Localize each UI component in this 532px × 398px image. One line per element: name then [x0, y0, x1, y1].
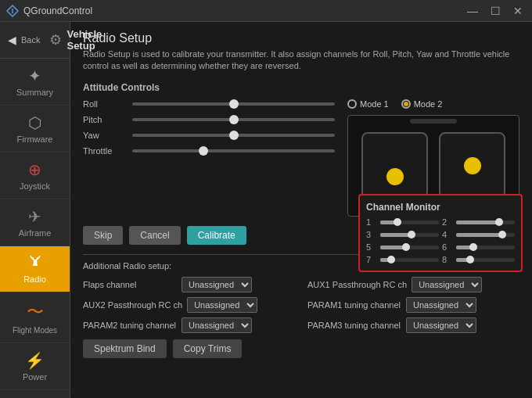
gear-icon — [49, 31, 62, 48]
mode1-option[interactable]: Mode 1 — [347, 99, 389, 109]
copy-trims-button[interactable]: Copy Trims — [173, 339, 243, 358]
param3-channel-row: PARAM3 tuning channel Unassigned — [307, 317, 519, 333]
yaw-slider[interactable] — [132, 134, 335, 137]
radio-icon — [27, 254, 44, 272]
monitor-ch2-fill — [456, 221, 500, 224]
param3-channel-select[interactable]: Unassigned — [406, 317, 476, 333]
maximize-button[interactable]: ☐ — [487, 5, 504, 17]
param1-channel-row: PARAM1 tuning channel Unassigned — [307, 297, 519, 313]
channel-monitor-title: Channel Monitor — [366, 202, 515, 213]
sidebar-label-summary: Summary — [16, 88, 53, 97]
pitch-row: Pitch — [83, 115, 335, 124]
sidebar-item-airframe[interactable]: Airframe — [0, 199, 70, 246]
monitor-ch4: 4 — [442, 230, 515, 239]
sidebar: Back Vehicle Setup Summary Firmware ⊕ Jo… — [0, 22, 70, 398]
mode2-option[interactable]: Mode 2 — [401, 99, 443, 109]
airframe-icon — [28, 207, 41, 226]
summary-icon — [28, 66, 41, 85]
monitor-ch7: 7 — [366, 255, 439, 264]
right-joystick-dot — [464, 157, 481, 174]
monitor-ch6: 6 — [442, 242, 515, 252]
monitor-ch6-num: 6 — [442, 242, 453, 252]
roll-slider[interactable] — [132, 102, 335, 106]
titlebar-left: QGroundControl — [6, 5, 92, 17]
param2-channel-label: PARAM2 tuning channel — [83, 321, 177, 330]
monitor-ch2-track — [456, 221, 515, 224]
firmware-icon — [28, 113, 41, 132]
sidebar-item-joystick[interactable]: ⊕ Joystick — [0, 152, 70, 199]
monitor-ch1-fill — [380, 221, 398, 224]
joystick-icon: ⊕ — [28, 160, 41, 179]
sidebar-item-radio[interactable]: Radio — [0, 246, 70, 292]
param3-channel-label: PARAM3 tuning channel — [307, 321, 401, 330]
sidebar-label-power: Power — [23, 372, 47, 382]
sidebar-label-airframe: Airframe — [19, 228, 52, 238]
monitor-ch7-fill — [380, 258, 392, 262]
mode1-label: Mode 1 — [360, 99, 389, 109]
aux2-channel-row: AUX2 Passthrough RC ch Unassigned — [83, 297, 295, 313]
monitor-ch5-fill — [380, 246, 407, 249]
app-title: QGroundControl — [23, 5, 92, 16]
app-body: Back Vehicle Setup Summary Firmware ⊕ Jo… — [0, 22, 532, 398]
monitor-ch6-fill — [456, 246, 474, 249]
channels-grid: Flaps channel Unassigned AUX1 Passthroug… — [83, 277, 519, 333]
throttle-row: Throttle — [83, 146, 335, 156]
roll-thumb[interactable] — [229, 99, 239, 109]
monitor-ch4-track — [456, 233, 515, 237]
monitor-ch1: 1 — [366, 217, 439, 227]
monitor-ch5-track — [380, 246, 439, 249]
throttle-thumb[interactable] — [199, 146, 208, 156]
flaps-channel-select[interactable]: Unassigned — [182, 277, 252, 292]
monitor-ch2: 2 — [442, 217, 515, 227]
pitch-slider[interactable] — [132, 118, 335, 121]
calibrate-button[interactable]: Calibrate — [187, 226, 246, 245]
mode2-radio-icon — [401, 99, 411, 109]
flaps-channel-row: Flaps channel Unassigned — [83, 277, 295, 292]
monitor-ch1-track — [380, 221, 439, 224]
monitor-ch8: 8 — [442, 255, 515, 264]
titlebar: QGroundControl — ☐ ✕ — [0, 0, 532, 22]
aux2-channel-select[interactable]: Unassigned — [187, 297, 257, 313]
sidebar-item-summary[interactable]: Summary — [0, 59, 70, 106]
bottom-buttons: Spektrum Bind Copy Trims — [83, 339, 519, 358]
pitch-label: Pitch — [83, 115, 126, 124]
monitor-ch6-track — [456, 246, 515, 249]
joystick-top-bar — [410, 119, 457, 124]
sidebar-label-joystick: Joystick — [20, 181, 50, 191]
aux1-channel-select[interactable]: Unassigned — [412, 277, 482, 292]
power-icon — [25, 351, 45, 370]
attitude-controls-label: Attitude Controls — [83, 82, 519, 93]
cancel-button[interactable]: Cancel — [129, 226, 180, 245]
minimize-button[interactable]: — — [464, 5, 481, 17]
close-button[interactable]: ✕ — [510, 5, 526, 17]
back-label: Back — [21, 35, 40, 45]
sidebar-item-firmware[interactable]: Firmware — [0, 106, 70, 152]
pitch-thumb[interactable] — [229, 115, 239, 124]
sidebar-item-motors[interactable]: Motors — [0, 390, 70, 398]
additional-section: Additional Radio setup: Flaps channel Un… — [83, 261, 519, 358]
page-title: Radio Setup — [83, 31, 519, 45]
mode-row: Mode 1 Mode 2 — [347, 99, 519, 109]
attitude-controls: Roll Pitch Yaw — [83, 99, 335, 217]
mode2-label: Mode 2 — [414, 99, 443, 109]
flaps-channel-label: Flaps channel — [83, 280, 177, 289]
monitor-ch7-track — [380, 258, 439, 262]
back-button[interactable]: Back Vehicle Setup — [0, 22, 70, 59]
yaw-label: Yaw — [83, 131, 126, 140]
flight-modes-icon: 〜 — [27, 300, 44, 324]
param2-channel-select[interactable]: Unassigned — [182, 317, 252, 333]
titlebar-controls: — ☐ ✕ — [464, 5, 526, 17]
param1-channel-select[interactable]: Unassigned — [406, 297, 476, 313]
monitor-ch5-num: 5 — [366, 242, 377, 252]
skip-button[interactable]: Skip — [83, 226, 123, 245]
sidebar-item-flight-modes[interactable]: 〜 Flight Modes — [0, 292, 70, 343]
throttle-slider[interactable] — [132, 149, 335, 152]
sidebar-label-radio: Radio — [23, 274, 46, 284]
monitor-ch4-fill — [456, 233, 503, 237]
main-content: Radio Setup Radio Setup is used to calib… — [70, 22, 532, 398]
spektrum-bind-button[interactable]: Spektrum Bind — [83, 339, 167, 358]
monitor-ch3: 3 — [366, 230, 439, 239]
aux1-channel-label: AUX1 Passthrough RC ch — [307, 280, 407, 289]
sidebar-item-power[interactable]: Power — [0, 343, 70, 390]
yaw-thumb[interactable] — [229, 131, 239, 140]
